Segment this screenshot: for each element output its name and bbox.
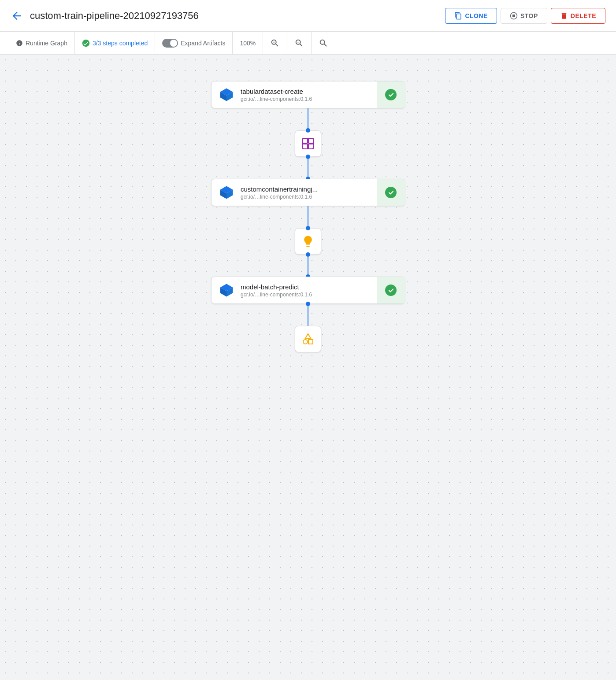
shapes-icon [301,332,315,346]
page-title: custom-train-pipeline-20210927193756 [30,10,445,22]
node-2-content: customcontainertrainingj... gcr.io/…line… [241,185,398,200]
dataset-icon [301,137,315,151]
zoom-reset-btn[interactable] [312,32,335,54]
connector-2 [308,157,308,179]
runtime-graph-btn[interactable]: Runtime Graph [9,32,75,54]
node-3-content: model-batch-predict gcr.io/…line-compone… [241,283,398,298]
connector-1 [308,108,308,130]
back-button[interactable] [11,10,23,22]
pipeline-canvas[interactable]: tabulardataset-create gcr.io/…line-compo… [0,55,616,680]
zoom-value: 100% [240,40,256,47]
pipeline-node-1[interactable]: tabulardataset-create gcr.io/…line-compo… [211,81,405,108]
steps-completed-label: 3/3 steps completed [93,40,148,47]
expand-artifacts-toggle[interactable] [162,39,178,48]
success-check-icon-2 [385,186,397,199]
node-1-content: tabulardataset-create gcr.io/…line-compo… [241,88,398,102]
svg-point-17 [385,187,397,198]
delete-button[interactable]: DELETE [551,8,605,24]
node-1-success-stripe [377,81,405,108]
success-check-icon-3 [385,284,397,296]
svg-rect-9 [303,138,308,143]
success-check-icon-1 [385,89,397,101]
header-actions: CLONE STOP DELETE [445,8,605,24]
node-1-name: tabulardataset-create [241,88,398,95]
svg-rect-1 [512,15,515,17]
node-1-sub: gcr.io/…line-components:0.1.6 [241,96,398,102]
header: custom-train-pipeline-20210927193756 CLO… [0,0,616,32]
svg-point-7 [385,89,397,100]
zoom-level: 100% [233,32,263,54]
artifact-node-3[interactable] [295,326,321,352]
svg-point-24 [303,340,308,344]
node-2-name: customcontainertrainingj... [241,185,398,193]
node-2-success-stripe [377,179,405,206]
node-3-success-stripe [377,277,405,303]
svg-point-22 [385,285,397,296]
model-icon [301,235,315,248]
expand-artifacts-label: Expand Artifacts [181,40,225,47]
svg-rect-12 [308,144,313,149]
svg-marker-23 [305,334,311,338]
node-3-name: model-batch-predict [241,283,398,291]
artifact-node-1[interactable] [295,130,321,157]
pipeline-flow: tabulardataset-create gcr.io/…line-compo… [198,81,418,352]
cube-icon-3 [219,282,234,298]
stop-button[interactable]: STOP [501,8,547,24]
toolbar: Runtime Graph 3/3 steps completed Expand… [0,32,616,55]
zoom-in-btn[interactable] [263,32,287,54]
steps-completed: 3/3 steps completed [75,32,155,54]
svg-rect-10 [308,138,313,143]
cube-icon-1 [219,87,234,103]
connector-3 [308,206,308,228]
zoom-out-btn[interactable] [287,32,312,54]
svg-point-2 [82,39,90,47]
node-2-sub: gcr.io/…line-components:0.1.6 [241,194,398,200]
clone-button[interactable]: CLONE [445,8,497,24]
expand-artifacts[interactable]: Expand Artifacts [155,32,233,54]
artifact-node-2[interactable] [295,228,321,255]
connector-4 [308,255,308,277]
stop-label: STOP [520,12,538,19]
delete-label: DELETE [571,12,596,19]
connector-5 [308,304,308,326]
cube-icon-2 [219,185,234,200]
svg-rect-11 [303,144,308,149]
pipeline-node-2[interactable]: customcontainertrainingj... gcr.io/…line… [211,179,405,206]
pipeline-node-3[interactable]: model-batch-predict gcr.io/…line-compone… [211,277,405,304]
svg-rect-25 [308,340,313,344]
runtime-graph-label: Runtime Graph [26,40,67,47]
clone-label: CLONE [465,12,488,19]
node-3-sub: gcr.io/…line-components:0.1.6 [241,292,398,298]
